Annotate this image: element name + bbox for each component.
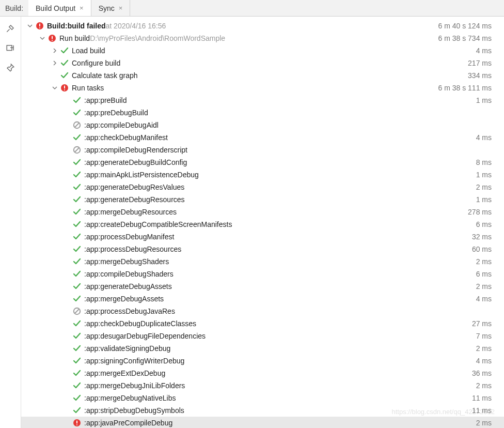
duration-label: 27 ms xyxy=(472,317,492,330)
task-name: :app:processDebugJavaRes xyxy=(84,305,175,317)
success-icon xyxy=(73,381,81,390)
chevron-down-icon[interactable] xyxy=(39,35,46,42)
task-row[interactable]: :app:generateDebugResValues2 ms xyxy=(21,181,504,193)
duration-label: 2 ms xyxy=(476,181,492,193)
task-row[interactable]: :app:generateDebugBuildConfig8 ms xyxy=(21,156,504,169)
build-timestamp: at 2020/4/16 16:56 xyxy=(106,20,166,32)
build-tree[interactable]: Build: build failed at 2020/4/16 16:566 … xyxy=(21,17,504,428)
task-row[interactable]: :app:processDebugJavaRes xyxy=(21,305,504,317)
load-build[interactable]: Load build4 ms xyxy=(21,44,504,57)
build-root[interactable]: Build: build failed at 2020/4/16 16:566 … xyxy=(21,20,504,32)
task-name: :app:javaPreCompileDebug xyxy=(84,417,172,428)
duration-label: 11 ms xyxy=(472,392,492,404)
chevron-down-icon[interactable] xyxy=(51,84,58,91)
svg-line-13 xyxy=(75,148,79,152)
task-name: :app:stripDebugDebugSymbols xyxy=(84,404,184,417)
run-build[interactable]: Run build D:\myProFiles\Android\RoomWord… xyxy=(21,32,504,44)
duration-label: 4 ms xyxy=(476,355,492,367)
task-row[interactable]: :app:compileDebugRenderscript xyxy=(21,144,504,156)
task-row[interactable]: :app:checkDebugManifest4 ms xyxy=(21,131,504,144)
chevron-right-icon[interactable] xyxy=(51,59,58,67)
success-icon xyxy=(73,270,81,278)
tab-build-output[interactable]: Build Output× xyxy=(28,0,91,16)
success-icon xyxy=(73,282,81,291)
task-name: :app:generateDebugResources xyxy=(84,193,185,206)
toggle-view-icon[interactable] xyxy=(6,43,15,53)
task-name: :app:generateDebugAssets xyxy=(84,280,172,293)
task-row[interactable]: :app:createDebugCompatibleScreenManifest… xyxy=(21,218,504,231)
task-row[interactable]: :app:generateDebugResources1 ms xyxy=(21,193,504,206)
task-name: :app:mergeDebugJniLibFolders xyxy=(84,379,185,392)
task-row[interactable]: :app:mergeDebugNativeLibs11 ms xyxy=(21,392,504,404)
task-row[interactable]: :app:preBuild1 ms xyxy=(21,94,504,106)
task-row[interactable]: :app:signingConfigWriterDebug4 ms xyxy=(21,355,504,367)
task-row[interactable]: :app:desugarDebugFileDependencies7 ms xyxy=(21,330,504,342)
task-row[interactable]: :app:mergeDebugJniLibFolders2 ms xyxy=(21,379,504,392)
success-icon xyxy=(73,195,81,204)
task-row[interactable]: :app:processDebugManifest32 ms xyxy=(21,231,504,243)
task-row[interactable]: :app:mergeDebugShaders2 ms xyxy=(21,255,504,268)
tree-label: Load build xyxy=(72,44,105,57)
chevron-down-icon[interactable] xyxy=(26,22,34,29)
duration-label: 11 ms xyxy=(472,404,492,417)
duration-label: 6 ms xyxy=(476,268,492,280)
duration-label: 4 ms xyxy=(476,44,492,57)
task-row[interactable]: :app:mergeExtDexDebug36 ms xyxy=(21,367,504,379)
hammer-icon[interactable] xyxy=(6,24,15,33)
svg-rect-18 xyxy=(76,424,77,425)
duration-label: 7 ms xyxy=(476,330,492,342)
success-icon xyxy=(73,332,81,340)
task-name: :app:mergeDebugNativeLibs xyxy=(84,392,176,404)
close-icon[interactable]: × xyxy=(119,4,123,12)
task-name: :app:processDebugResources xyxy=(84,243,181,255)
task-row[interactable]: :app:mergeDebugAssets4 ms xyxy=(21,293,504,305)
build-title-prefix: Build: xyxy=(47,20,68,32)
duration-label: 60 ms xyxy=(472,243,492,255)
duration-label: 2 ms xyxy=(476,379,492,392)
tab-sync[interactable]: Sync× xyxy=(91,0,131,16)
task-row[interactable]: :app:mergeDebugResources278 ms xyxy=(21,206,504,218)
task-name: :app:generateDebugBuildConfig xyxy=(84,156,187,169)
svg-rect-3 xyxy=(39,27,40,28)
task-name: :app:mergeDebugAssets xyxy=(84,293,164,305)
duration-label: 6 m 38 s 111 ms xyxy=(438,82,492,94)
close-icon[interactable]: × xyxy=(80,4,84,12)
task-row[interactable]: :app:checkDebugDuplicateClasses27 ms xyxy=(21,317,504,330)
task-row[interactable]: :app:mainApkListPersistenceDebug1 ms xyxy=(21,169,504,181)
task-name: :app:mainApkListPersistenceDebug xyxy=(84,169,199,181)
task-name: :app:checkDebugManifest xyxy=(84,131,168,144)
duration-label: 278 ms xyxy=(468,206,492,218)
configure-build[interactable]: Configure build217 ms xyxy=(21,57,504,69)
calc-task-graph[interactable]: Calculate task graph334 ms xyxy=(21,69,504,82)
build-sidebar xyxy=(0,17,21,428)
svg-line-11 xyxy=(75,123,79,127)
success-icon xyxy=(73,245,81,253)
task-row[interactable]: :app:compileDebugAidl xyxy=(21,119,504,131)
duration-label: 2 ms xyxy=(476,342,492,355)
task-row[interactable]: :app:preDebugBuild xyxy=(21,106,504,119)
task-row[interactable]: :app:javaPreCompileDebug2 ms xyxy=(21,417,504,428)
chevron-right-icon[interactable] xyxy=(51,47,58,54)
task-row[interactable]: :app:stripDebugDebugSymbols11 ms xyxy=(21,404,504,417)
task-row[interactable]: :app:validateSigningDebug2 ms xyxy=(21,342,504,355)
tree-label: Calculate task graph xyxy=(72,69,138,82)
duration-label: 217 ms xyxy=(468,57,492,69)
task-row[interactable]: :app:generateDebugAssets2 ms xyxy=(21,280,504,293)
task-row[interactable]: :app:compileDebugShaders6 ms xyxy=(21,268,504,280)
success-icon xyxy=(60,47,69,55)
task-name: :app:compileDebugAidl xyxy=(84,119,159,131)
task-name: :app:preDebugBuild xyxy=(84,106,148,119)
success-icon xyxy=(73,220,81,228)
success-icon xyxy=(73,233,81,241)
duration-label: 6 m 40 s 124 ms xyxy=(438,20,492,32)
success-icon xyxy=(73,357,81,365)
task-name: :app:validateSigningDebug xyxy=(84,342,170,355)
task-row[interactable]: :app:processDebugResources60 ms xyxy=(21,243,504,255)
pin-icon[interactable] xyxy=(6,63,15,72)
error-icon xyxy=(60,84,69,92)
run-tasks[interactable]: Run tasks6 m 38 s 111 ms xyxy=(21,82,504,94)
duration-label: 36 ms xyxy=(472,367,492,379)
duration-label: 8 ms xyxy=(476,156,492,169)
task-name: :app:createDebugCompatibleScreenManifest… xyxy=(84,218,232,231)
error-icon xyxy=(36,22,44,30)
